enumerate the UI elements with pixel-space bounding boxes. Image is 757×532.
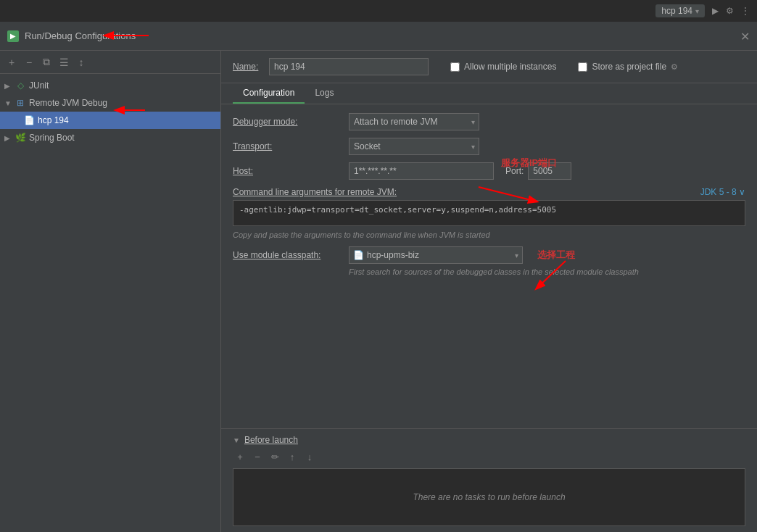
- play-icon[interactable]: ▶: [712, 6, 719, 16]
- before-launch-down-button[interactable]: ↓: [302, 449, 317, 464]
- host-port-row: Host: Port: 服务器IP端口: [233, 162, 745, 180]
- module-select-wrapper: 📄 hcp-upms-biz ▾: [349, 246, 523, 264]
- host-label: Host:: [233, 166, 349, 176]
- tree-group-remote-jvm[interactable]: ▼ ⊞ Remote JVM Debug: [0, 94, 220, 112]
- annotation-project-label: 选择工程: [537, 249, 575, 262]
- name-input[interactable]: [269, 58, 429, 75]
- close-button[interactable]: ✕: [740, 29, 750, 43]
- sort-config-button[interactable]: ↕: [74, 55, 88, 70]
- debugger-mode-row: Debugger mode: Attach to remote JVM ▾: [233, 113, 745, 130]
- tabs-row: Configuration Logs: [221, 83, 757, 104]
- config-tree: ▶ ◇ JUnit ▼ ⊞ Remote JVM Debug 📄 hcp 194…: [0, 74, 220, 532]
- junit-icon: ◇: [15, 80, 26, 91]
- before-launch-header: ▼ Before launch: [233, 435, 745, 445]
- transport-select[interactable]: Socket: [349, 138, 479, 155]
- store-project-group: Store as project file ⚙: [578, 62, 678, 72]
- tree-arrow-junit: ▶: [4, 82, 13, 90]
- left-toolbar: + − ⧉ ☰ ↕: [0, 51, 220, 74]
- cmd-args-hint: Copy and paste the arguments to the comm…: [233, 230, 745, 239]
- left-panel: + − ⧉ ☰ ↕ ▶ ◇ JUnit ▼ ⊞ Remote JVM Debug…: [0, 51, 221, 532]
- annotation-ip-label: 服务器IP端口: [501, 157, 557, 170]
- remote-jvm-icon: ⊞: [15, 97, 26, 109]
- dialog-icon: ▶: [7, 30, 19, 42]
- more-icon[interactable]: ⋮: [741, 6, 750, 16]
- no-tasks-text: There are no tasks to run before launch: [413, 492, 565, 502]
- module-hint: First search for sources of the debugged…: [349, 267, 745, 278]
- cmd-args-section: Command line arguments for remote JVM: J…: [233, 187, 745, 239]
- before-launch-collapse-icon[interactable]: ▼: [233, 436, 240, 444]
- tree-item-hcp194[interactable]: 📄 hcp 194: [0, 112, 220, 129]
- allow-multiple-checkbox[interactable]: [450, 62, 460, 72]
- tree-group-spring-boot[interactable]: ▶ 🌿 Spring Boot: [0, 129, 220, 146]
- tab-configuration[interactable]: Configuration: [233, 83, 305, 104]
- spring-boot-label: Spring Boot: [29, 133, 75, 143]
- before-launch-content: There are no tasks to run before launch: [233, 468, 745, 526]
- config-selector[interactable]: hcp 194 ▾: [655, 4, 705, 17]
- cmd-args-box: -agentlib:jdwp=transport=dt_socket,serve…: [233, 200, 745, 226]
- move-config-button[interactable]: ☰: [57, 55, 71, 70]
- config-content: Debugger mode: Attach to remote JVM ▾ Tr…: [221, 104, 757, 428]
- before-launch-up-button[interactable]: ↑: [285, 449, 299, 464]
- top-bar: hcp 194 ▾ ▶ ⚙ ⋮: [0, 0, 757, 22]
- jdk-selector[interactable]: JDK 5 - 8 ∨: [700, 187, 745, 197]
- debugger-mode-select[interactable]: Attach to remote JVM: [349, 113, 479, 130]
- allow-multiple-group: Allow multiple instances: [450, 62, 556, 72]
- store-project-checkbox[interactable]: [578, 62, 587, 72]
- tree-group-junit[interactable]: ▶ ◇ JUnit: [0, 77, 220, 94]
- cmd-args-label: Command line arguments for remote JVM:: [233, 187, 397, 197]
- dropdown-arrow-icon: ▾: [695, 7, 699, 15]
- spring-boot-icon: 🌿: [15, 132, 26, 144]
- module-classpath-label: Use module classpath:: [233, 250, 349, 260]
- name-row: Name: Allow multiple instances Store as …: [221, 51, 757, 83]
- name-label: Name:: [233, 62, 262, 72]
- config-name: hcp 194: [661, 6, 692, 16]
- before-launch-toolbar: + − ✏ ↑ ↓: [233, 449, 745, 464]
- hcp194-label: hcp 194: [38, 115, 69, 125]
- before-launch-add-button[interactable]: +: [233, 449, 247, 464]
- right-panel: Name: Allow multiple instances Store as …: [221, 51, 757, 532]
- remove-config-button[interactable]: −: [22, 55, 36, 70]
- tab-logs[interactable]: Logs: [305, 83, 344, 104]
- transport-select-wrapper: Socket ▾: [349, 138, 479, 155]
- before-launch-label: Before launch: [244, 435, 298, 445]
- allow-multiple-label: Allow multiple instances: [464, 62, 556, 72]
- add-config-button[interactable]: +: [4, 55, 19, 70]
- before-launch-edit-button[interactable]: ✏: [268, 449, 282, 464]
- transport-label: Transport:: [233, 141, 349, 151]
- junit-label: JUnit: [29, 80, 49, 91]
- module-select[interactable]: hcp-upms-biz: [349, 246, 523, 264]
- dialog-body: + − ⧉ ☰ ↕ ▶ ◇ JUnit ▼ ⊞ Remote JVM Debug…: [0, 51, 757, 532]
- dialog-title: Run/Debug Configurations: [25, 30, 136, 41]
- before-launch-remove-button[interactable]: −: [250, 449, 265, 464]
- before-launch-section: ▼ Before launch + − ✏ ↑ ↓ There are no t…: [221, 428, 757, 532]
- transport-row: Transport: Socket ▾: [233, 138, 745, 155]
- store-project-icon: ⚙: [671, 62, 678, 72]
- remote-jvm-label: Remote JVM Debug: [29, 98, 107, 108]
- hcp194-icon: 📄: [23, 115, 35, 126]
- gear-icon[interactable]: ⚙: [726, 6, 734, 16]
- cmd-args-value: -agentlib:jdwp=transport=dt_socket,serve…: [239, 205, 556, 215]
- tree-arrow-remote-jvm: ▼: [4, 99, 13, 107]
- cmd-args-header: Command line arguments for remote JVM: J…: [233, 187, 745, 197]
- store-project-label: Store as project file: [592, 62, 666, 72]
- module-classpath-row: Use module classpath: 📄 hcp-upms-biz ▾ 选…: [233, 246, 745, 264]
- host-input[interactable]: [349, 162, 494, 180]
- title-bar: ▶ Run/Debug Configurations ✕: [0, 22, 757, 51]
- tree-arrow-spring-boot: ▶: [4, 134, 13, 142]
- copy-config-button[interactable]: ⧉: [39, 55, 54, 70]
- debugger-mode-label: Debugger mode:: [233, 117, 349, 127]
- debugger-mode-select-wrapper: Attach to remote JVM ▾: [349, 113, 479, 130]
